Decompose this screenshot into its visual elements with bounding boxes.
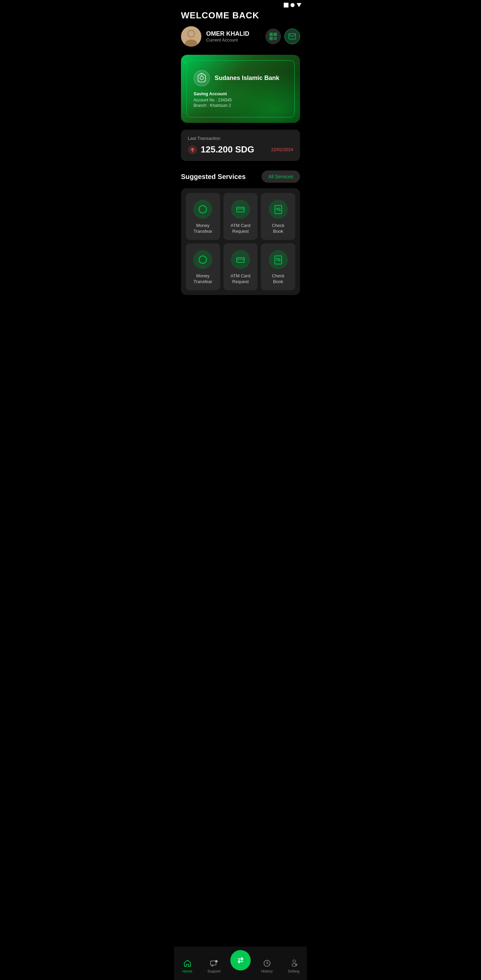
mail-button[interactable] xyxy=(284,29,300,44)
service-label-check-book-1: CheckBook xyxy=(272,223,284,234)
svg-rect-15 xyxy=(276,38,276,39)
service-item-check-book-1[interactable]: CheckBook xyxy=(261,193,295,240)
svg-point-27 xyxy=(199,256,206,263)
bank-logo xyxy=(194,70,210,86)
svg-rect-9 xyxy=(270,38,272,39)
section-title: Suggested Services xyxy=(181,173,246,181)
svg-rect-10 xyxy=(274,37,275,38)
svg-rect-19 xyxy=(289,34,295,39)
user-info: OMER KHALID Current Account xyxy=(181,26,249,47)
user-account-type: Current Account xyxy=(206,37,249,43)
transaction-amount-group: 125.200 SDG xyxy=(188,144,254,155)
service-label-atm-card-2: ATM CardRequest xyxy=(231,273,250,285)
user-details: OMER KHALID Current Account xyxy=(206,30,249,43)
services-grid: $ MoneyTransfear ATM CardRequest xyxy=(186,193,295,290)
svg-rect-13 xyxy=(274,38,275,39)
atm-card-icon-circle xyxy=(231,200,250,219)
main-content: WELCOME BACK OMER KHALID Current Account xyxy=(174,10,307,329)
bank-name: Sudanes Islamic Bank xyxy=(215,75,279,82)
transaction-amount: 125.200 SDG xyxy=(201,144,254,155)
status-icon-signal xyxy=(297,3,302,7)
check-book-icon-circle-2 xyxy=(269,250,288,269)
svg-point-3 xyxy=(188,30,194,37)
svg-rect-25 xyxy=(237,208,244,210)
money-transfer-icon-circle: $ xyxy=(193,200,212,219)
svg-point-20 xyxy=(200,76,203,80)
last-transaction-card: Last Transaction 125.200 SDG 22/02/2024 xyxy=(181,130,300,161)
user-actions xyxy=(265,29,300,44)
svg-rect-14 xyxy=(275,38,276,39)
atm-card-icon-circle-2 xyxy=(231,250,250,269)
service-item-atm-card-2[interactable]: ATM CardRequest xyxy=(224,243,258,290)
check-book-icon-circle xyxy=(269,200,288,219)
user-row: OMER KHALID Current Account xyxy=(181,26,300,47)
bank-card-header: Sudanes Islamic Bank xyxy=(194,70,287,86)
service-label-money-transfer-2: MoneyTransfear xyxy=(194,273,212,285)
welcome-title: WELCOME BACK xyxy=(181,10,300,21)
svg-rect-11 xyxy=(275,37,276,38)
transaction-date: 22/02/2024 xyxy=(271,147,293,152)
svg-rect-18 xyxy=(276,39,276,40)
service-label-check-book-2: CheckBook xyxy=(272,273,284,285)
svg-rect-17 xyxy=(275,39,276,40)
bank-account-no: Account No : 234345 xyxy=(194,98,287,102)
service-item-money-transfer-2[interactable]: $ MoneyTransfear xyxy=(186,243,220,290)
svg-point-22 xyxy=(199,205,206,213)
svg-rect-7 xyxy=(270,34,272,35)
qr-button[interactable] xyxy=(265,29,281,44)
status-icon-circle xyxy=(291,3,295,7)
service-item-atm-card-1[interactable]: ATM CardRequest xyxy=(224,193,258,240)
money-transfer-icon-circle-2: $ xyxy=(193,250,212,269)
all-services-button[interactable]: All Services xyxy=(262,170,300,183)
svg-rect-30 xyxy=(237,259,244,260)
section-header: Suggested Services All Services xyxy=(181,170,300,183)
avatar xyxy=(181,26,202,47)
service-label-money-transfer-1: MoneyTransfear xyxy=(194,223,212,234)
status-icon-square xyxy=(284,3,289,8)
service-label-atm-card-1: ATM CardRequest xyxy=(231,223,250,234)
transaction-row: 125.200 SDG 22/02/2024 xyxy=(188,144,293,155)
bank-branch: Branch : Khartoum 2 xyxy=(194,103,287,108)
svg-rect-16 xyxy=(274,39,275,40)
bank-card-inner: Sudanes Islamic Bank Saving Account Acco… xyxy=(186,60,295,118)
svg-rect-12 xyxy=(276,37,276,38)
bank-account-type: Saving Account xyxy=(194,91,287,96)
user-name: OMER KHALID xyxy=(206,30,249,37)
svg-text:$: $ xyxy=(202,207,204,212)
status-bar xyxy=(174,0,307,10)
bank-card[interactable]: Sudanes Islamic Bank Saving Account Acco… xyxy=(181,55,300,123)
services-grid-wrapper: $ MoneyTransfear ATM CardRequest xyxy=(181,188,300,295)
transaction-direction-icon xyxy=(188,145,197,154)
service-item-money-transfer-1[interactable]: $ MoneyTransfear xyxy=(186,193,220,240)
service-item-check-book-2[interactable]: CheckBook xyxy=(261,243,295,290)
last-transaction-label: Last Transaction xyxy=(188,136,293,141)
svg-text:$: $ xyxy=(202,257,204,262)
svg-rect-8 xyxy=(275,34,276,35)
